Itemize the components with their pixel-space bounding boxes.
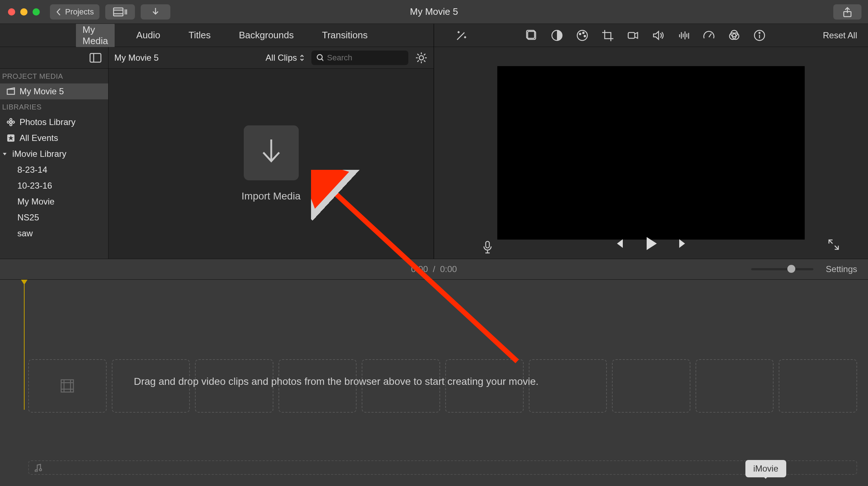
media-browser-pane: My Media Audio Titles Backgrounds Transi… <box>0 24 434 259</box>
sidebar-item-all-events[interactable]: All Events <box>0 130 108 146</box>
svg-point-21 <box>583 32 584 34</box>
flower-icon <box>7 118 15 126</box>
voiceover-button[interactable] <box>481 241 494 254</box>
total-time: 0:00 <box>440 264 457 274</box>
preview-pane: Reset All <box>434 24 868 259</box>
noise-reduction-button[interactable] <box>677 29 690 42</box>
media-drop-area[interactable]: Import Media <box>109 69 434 259</box>
color-balance-button[interactable] <box>525 29 538 42</box>
clips-filter-label: All Clips <box>265 53 297 63</box>
tab-audio[interactable]: Audio <box>130 27 167 43</box>
timeline-header: 0:00 / 0:00 Settings <box>0 259 868 280</box>
timecode-display: 0:00 / 0:00 <box>411 264 457 274</box>
sidebar-event[interactable]: 10-23-16 <box>0 178 108 194</box>
tooltip-text: iMovie <box>753 464 778 473</box>
fullscreen-button[interactable] <box>827 238 840 253</box>
sidebar-item-imovie-library[interactable]: iMovie Library <box>0 146 108 162</box>
svg-point-22 <box>584 35 586 37</box>
stabilize-button[interactable] <box>626 29 639 42</box>
svg-point-30 <box>759 32 760 33</box>
minimize-window-button[interactable] <box>20 8 27 16</box>
share-button[interactable] <box>833 4 861 20</box>
browser-toolbar: My Movie 5 All Clips <box>0 47 434 69</box>
timeline-hint-text: Drag and drop video clips and photos fro… <box>134 376 539 387</box>
sidebar-item-label: 8-23-14 <box>17 165 47 175</box>
expand-icon <box>827 238 840 251</box>
timeline-settings-button[interactable]: Settings <box>826 264 857 274</box>
current-time: 0:00 <box>411 264 428 274</box>
svg-rect-4 <box>90 53 101 62</box>
sidebar-event[interactable]: saw <box>0 225 108 241</box>
speed-button[interactable] <box>702 29 715 42</box>
star-icon <box>7 134 15 142</box>
enhance-button[interactable] <box>455 29 468 42</box>
browser-settings-button[interactable] <box>415 51 428 64</box>
sidebar-item-label: saw <box>17 228 33 238</box>
clip-placeholder <box>28 359 107 413</box>
import-button[interactable] <box>141 4 170 20</box>
search-field[interactable] <box>311 51 408 65</box>
crop-button[interactable] <box>601 29 614 42</box>
tab-titles[interactable]: Titles <box>182 27 217 43</box>
sidebar-toggle-button[interactable] <box>89 53 102 63</box>
palette-icon <box>576 29 588 42</box>
color-wheel-button[interactable] <box>576 29 589 42</box>
zoom-window-button[interactable] <box>33 8 40 16</box>
video-preview[interactable] <box>497 66 805 240</box>
media-options-button[interactable] <box>105 4 135 20</box>
svg-rect-0 <box>114 8 123 16</box>
sidebar-event[interactable]: My Movie <box>0 194 108 210</box>
up-down-chevron-icon <box>299 54 305 62</box>
dock-tooltip: iMovie <box>745 460 786 477</box>
microphone-icon <box>482 240 493 254</box>
previous-button[interactable] <box>612 236 626 253</box>
sidebar-event[interactable]: NS25 <box>0 210 108 225</box>
play-button[interactable] <box>642 235 660 254</box>
download-arrow-large-icon <box>257 137 286 169</box>
zoom-thumb[interactable] <box>787 265 795 273</box>
crop-icon <box>601 29 614 42</box>
projects-label: Projects <box>65 7 94 17</box>
tab-backgrounds[interactable]: Backgrounds <box>232 27 300 43</box>
viewer-area <box>434 47 868 259</box>
tab-my-media[interactable]: My Media <box>76 22 115 49</box>
filters-button[interactable] <box>728 29 741 42</box>
sidebar-item-label: My Movie 5 <box>20 86 64 96</box>
sidebar-event[interactable]: 8-23-14 <box>0 162 108 178</box>
search-input[interactable] <box>327 53 403 63</box>
filmstrip-icon <box>113 7 127 17</box>
info-button[interactable] <box>753 29 766 42</box>
window-controls <box>8 8 40 16</box>
tab-transitions[interactable]: Transitions <box>315 27 374 43</box>
svg-point-13 <box>7 121 9 123</box>
color-correction-button[interactable] <box>550 29 563 42</box>
close-window-button[interactable] <box>8 8 15 16</box>
sidebar-item-current-project[interactable]: My Movie 5 <box>0 83 108 99</box>
reset-all-button[interactable]: Reset All <box>823 30 857 40</box>
media-tabs: My Media Audio Titles Backgrounds Transi… <box>0 24 434 47</box>
svg-point-8 <box>419 56 424 60</box>
projects-back-button[interactable]: Projects <box>50 4 99 20</box>
equalizer-icon <box>677 29 690 42</box>
chevron-left-icon <box>56 8 62 16</box>
sidebar-item-label: 10-23-16 <box>17 181 52 191</box>
audio-track[interactable] <box>28 460 857 475</box>
disclosure-triangle-icon[interactable] <box>1 151 8 157</box>
section-libraries: LIBRARIES <box>0 99 108 114</box>
svg-rect-32 <box>61 380 73 392</box>
timeline[interactable]: Drag and drop video clips and photos fro… <box>0 280 868 486</box>
playhead[interactable] <box>24 280 25 410</box>
import-media-label: Import Media <box>242 190 301 202</box>
svg-line-24 <box>709 34 711 37</box>
clip-placeholder <box>529 359 607 413</box>
svg-line-7 <box>322 59 323 61</box>
zoom-slider[interactable] <box>751 268 813 270</box>
clips-filter-dropdown[interactable]: All Clips <box>265 53 305 63</box>
search-icon <box>316 54 323 62</box>
sidebar-icon <box>89 53 102 63</box>
inspector-toolbar: Reset All <box>434 24 868 47</box>
volume-button[interactable] <box>652 29 665 42</box>
import-media-button[interactable]: Import Media <box>242 125 301 202</box>
next-button[interactable] <box>676 236 690 253</box>
sidebar-item-photos-library[interactable]: Photos Library <box>0 114 108 130</box>
